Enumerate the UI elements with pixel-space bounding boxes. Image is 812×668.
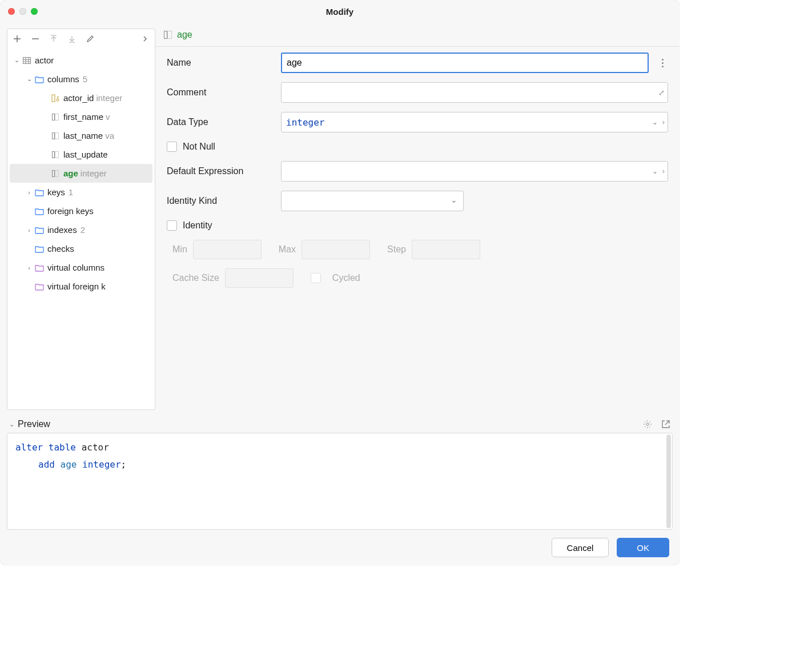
folder-icon — [34, 188, 45, 196]
ok-button[interactable]: OK — [617, 538, 669, 557]
form-header: age — [155, 23, 680, 47]
chevron-right-icon[interactable] — [140, 34, 150, 44]
chevron-right-icon[interactable]: › — [25, 189, 34, 196]
tree-column-row[interactable]: last_update — [7, 145, 155, 164]
chevron-right-icon[interactable]: › — [25, 264, 34, 271]
svg-point-13 — [646, 423, 649, 425]
chevron-down-icon[interactable]: ⌄ — [12, 57, 21, 64]
tree-checks-folder[interactable]: checks — [7, 239, 155, 258]
sql-punct: ; — [121, 459, 127, 470]
popout-icon[interactable] — [661, 420, 670, 429]
svg-rect-1 — [52, 95, 55, 102]
tree-indexes-folder[interactable]: › indexes 2 — [7, 220, 155, 239]
svg-rect-12 — [168, 31, 172, 38]
chevron-down-icon[interactable]: ⌄ — [9, 421, 14, 428]
max-label: Max — [279, 244, 296, 255]
folder-label: virtual foreign k — [47, 281, 106, 291]
tree-column-row[interactable]: actor_id integer — [7, 88, 155, 107]
column-type: va — [105, 131, 114, 140]
min-input — [193, 240, 262, 259]
chevron-right-icon[interactable]: › — [662, 118, 665, 126]
datatype-input[interactable] — [281, 112, 668, 132]
pk-column-icon — [50, 94, 61, 103]
dialog-footer: Cancel OK — [0, 530, 680, 565]
sidebar-toolbar — [7, 29, 155, 49]
tree-columns-folder[interactable]: ⌄ columns 5 — [7, 70, 155, 88]
add-icon[interactable] — [12, 34, 22, 44]
column-name: age — [63, 168, 78, 178]
column-name: first_name — [63, 112, 103, 122]
column-icon — [50, 132, 61, 140]
identity-kind-select[interactable] — [281, 191, 464, 211]
svg-rect-4 — [55, 114, 59, 120]
svg-rect-6 — [55, 132, 59, 139]
tree-keys-folder[interactable]: › keys 1 — [7, 183, 155, 202]
form-header-label: age — [177, 30, 192, 40]
column-form: age Name Comment ⤢ — [155, 23, 680, 416]
sql-type: integer — [82, 459, 120, 470]
tree-column-row[interactable]: last_name va — [7, 126, 155, 145]
column-icon — [50, 151, 61, 159]
svg-rect-10 — [55, 170, 59, 176]
tree-virtual-fks-folder[interactable]: virtual foreign k — [7, 277, 155, 296]
notnull-checkbox[interactable] — [167, 142, 177, 152]
column-type: v — [106, 112, 110, 122]
cycled-checkbox — [311, 273, 321, 283]
scrollbar[interactable] — [666, 434, 671, 528]
cache-label: Cache Size — [172, 273, 219, 283]
folder-icon — [34, 207, 45, 215]
tree-column-row[interactable]: age integer — [10, 164, 152, 183]
more-icon[interactable] — [657, 59, 668, 67]
chevron-down-icon[interactable]: ⌄ — [652, 118, 658, 126]
chevron-right-icon[interactable]: › — [662, 167, 665, 175]
tree-table-row[interactable]: ⌄ actor — [7, 51, 155, 70]
tree-sidebar: ⌄ actor ⌄ columns 5 actor_id i — [7, 29, 155, 410]
window-title: Modify — [0, 7, 680, 17]
cancel-button[interactable]: Cancel — [552, 538, 609, 557]
column-type: integer — [81, 168, 107, 178]
tree-column-row[interactable]: first_name v — [7, 107, 155, 126]
notnull-label: Not Null — [183, 142, 215, 152]
gear-icon[interactable] — [643, 420, 652, 429]
svg-rect-7 — [53, 151, 55, 158]
column-name: actor_id — [63, 93, 94, 103]
folder-label: checks — [47, 244, 74, 253]
column-icon — [50, 113, 61, 121]
folder-count: 2 — [81, 225, 85, 235]
chevron-down-icon[interactable]: ⌄ — [25, 75, 34, 83]
preview-section: ⌄ Preview alter table actor add age inte… — [7, 416, 673, 530]
chevron-right-icon[interactable]: › — [25, 227, 34, 234]
remove-icon[interactable] — [30, 34, 41, 44]
svg-rect-0 — [23, 57, 31, 63]
tree-virtual-columns-folder[interactable]: › virtual columns — [7, 258, 155, 277]
identity-kind-label: Identity Kind — [167, 196, 281, 206]
step-label: Step — [387, 244, 406, 255]
column-type: integer — [96, 93, 122, 103]
folder-icon — [34, 264, 45, 272]
edit-icon[interactable] — [85, 34, 95, 44]
folder-label: indexes — [47, 225, 77, 235]
column-name: last_update — [63, 150, 108, 159]
down-icon — [67, 34, 77, 44]
sql-keyword: table — [49, 442, 76, 453]
sql-keyword: alter — [15, 442, 43, 453]
comment-input[interactable] — [281, 82, 668, 103]
titlebar: Modify — [0, 0, 680, 23]
chevron-down-icon[interactable]: ⌄ — [652, 167, 658, 175]
cache-input — [225, 268, 294, 288]
identity-label: Identity — [183, 220, 212, 231]
expand-icon[interactable]: ⤢ — [658, 88, 665, 97]
table-icon — [21, 56, 33, 65]
schema-tree: ⌄ actor ⌄ columns 5 actor_id i — [7, 49, 155, 409]
svg-point-2 — [57, 99, 59, 101]
column-name: last_name — [63, 131, 103, 140]
default-input[interactable] — [281, 161, 668, 182]
folder-label: foreign keys — [47, 206, 94, 216]
max-input — [302, 240, 370, 259]
identity-checkbox[interactable] — [167, 220, 177, 231]
svg-rect-3 — [53, 114, 55, 120]
column-icon — [163, 30, 172, 39]
name-input[interactable] — [281, 53, 649, 73]
svg-rect-9 — [53, 170, 55, 176]
tree-foreign-keys-folder[interactable]: foreign keys — [7, 202, 155, 220]
